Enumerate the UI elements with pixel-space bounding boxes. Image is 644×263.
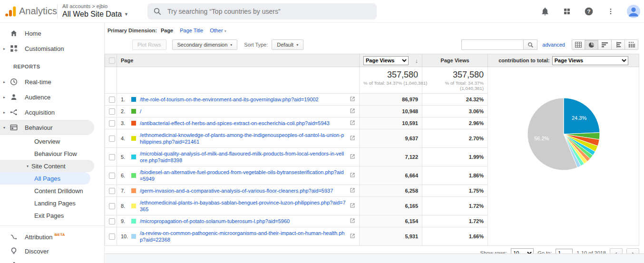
page-url-link[interactable]: /germ-invasion-and-a-comparative-analysi…: [140, 187, 346, 194]
sidebar-item-behaviour[interactable]: ▾ Behaviour: [0, 120, 94, 135]
page-url-link[interactable]: /the-role-of-tourism-on-the-environment-…: [140, 96, 346, 103]
page-column-header[interactable]: Page: [117, 54, 360, 67]
property-name: All Web Site Data: [62, 10, 122, 19]
report-main: Primary Dimension: Page Page Title Other…: [105, 23, 644, 263]
row-checkbox[interactable]: [109, 120, 115, 127]
attribution-icon: [10, 233, 18, 241]
page-url-link[interactable]: /biodiesel-an-alternative-fuel-produced-…: [140, 169, 346, 182]
metric-select[interactable]: Page Views: [363, 56, 409, 65]
open-page-button[interactable]: [350, 120, 355, 127]
row-checkbox[interactable]: [109, 154, 115, 160]
page-url-link[interactable]: /ethnomedicinal-knowledge-of-plants-amon…: [140, 132, 346, 145]
sidebar-item-home[interactable]: Home: [0, 26, 104, 41]
page-url-link[interactable]: /ethnomedicinal-plants-in-bayabas-sablan…: [140, 199, 346, 213]
row-checkbox[interactable]: [109, 203, 115, 209]
pie-view-icon: [588, 42, 595, 48]
global-search-bar[interactable]: [147, 3, 377, 19]
page-url-link[interactable]: /: [140, 108, 346, 115]
sidebar-item-label: Acquisition: [25, 109, 55, 116]
analytics-logo[interactable]: Analytics: [0, 4, 57, 19]
open-page-button[interactable]: [350, 108, 355, 115]
comparison-view-button[interactable]: [612, 39, 625, 50]
select-all-checkbox[interactable]: [109, 58, 115, 64]
open-page-button[interactable]: [350, 203, 355, 209]
plot-rows-button[interactable]: Plot Rows: [132, 39, 166, 50]
total-pageviews-subtext: % of Total: 34.37% (1,040,381): [363, 80, 418, 86]
open-in-new-window-icon[interactable]: [350, 233, 355, 239]
pivot-view-button[interactable]: [625, 39, 638, 50]
sidebar-item-label: Behaviour: [25, 124, 53, 131]
sidebar-item-audience[interactable]: ▸ Audience: [0, 89, 104, 105]
open-page-button[interactable]: [350, 233, 355, 240]
pageviews-value: 6,258: [360, 185, 422, 197]
page-url-link[interactable]: /microbial-quality-analysis-of-milk-and-…: [140, 150, 346, 164]
open-page-button[interactable]: [350, 218, 355, 224]
page-url-link[interactable]: /micropropagation-of-potato-solanum-tube…: [140, 218, 346, 224]
performance-bars-icon: [602, 42, 608, 48]
sidebar-item-overview[interactable]: Overview: [0, 135, 104, 147]
secondary-dimension-button[interactable]: Secondary dimension▾: [172, 39, 238, 50]
contribution-metric-select[interactable]: Page Views: [552, 56, 628, 65]
row-index: 5.: [121, 154, 131, 160]
table-search-input[interactable]: [461, 39, 523, 50]
sidebar-item-content-drilldown[interactable]: Content Drilldown: [0, 185, 104, 197]
open-in-new-window-icon[interactable]: [350, 108, 355, 114]
table-search-button[interactable]: [523, 39, 537, 50]
sidebar-item-discover[interactable]: Discover: [0, 244, 104, 258]
more-options-button[interactable]: [605, 6, 616, 17]
performance-view-button[interactable]: [598, 39, 612, 50]
sidebar-item-behaviour-flow[interactable]: Behaviour Flow: [0, 147, 104, 160]
open-page-button[interactable]: [350, 172, 355, 179]
sidebar-item-exit-pages[interactable]: Exit Pages: [0, 209, 104, 222]
notifications-button[interactable]: [539, 6, 551, 17]
open-in-new-window-icon[interactable]: [350, 120, 355, 126]
apps-grid-button[interactable]: [561, 6, 573, 17]
open-page-button[interactable]: [350, 96, 355, 103]
sidebar-item-realtime[interactable]: ▸ Real-time: [0, 74, 104, 89]
open-in-new-window-icon[interactable]: [350, 187, 355, 193]
help-button[interactable]: ?: [583, 6, 595, 17]
open-page-button[interactable]: [350, 135, 355, 142]
open-in-new-window-icon[interactable]: [350, 172, 355, 178]
row-checkbox[interactable]: [109, 173, 115, 179]
global-search-input[interactable]: [167, 8, 371, 15]
row-checkbox[interactable]: [109, 136, 115, 142]
sidebar-item-acquisition[interactable]: ▸ Acquisition: [0, 105, 104, 120]
percentage-view-button[interactable]: [585, 39, 598, 50]
sidebar-item-site-content[interactable]: ▾ Site Content: [0, 160, 94, 172]
header-divider: [57, 4, 58, 19]
property-selector[interactable]: All Web Site Data ▼: [62, 10, 128, 19]
open-in-new-window-icon[interactable]: [350, 96, 355, 102]
page-url-link[interactable]: /a-review-on-common-pathogenic-microorga…: [140, 230, 346, 243]
dimension-other[interactable]: Other▾: [210, 28, 226, 33]
open-in-new-window-icon[interactable]: [350, 203, 355, 208]
sort-descending-icon[interactable]: ↓: [415, 57, 419, 64]
total-pageviews: 357,580: [363, 69, 418, 80]
sidebar-item-all-pages[interactable]: All Pages: [0, 172, 90, 185]
row-checkbox[interactable]: [109, 188, 115, 194]
pageviews-column-header[interactable]: Page Views: [422, 54, 488, 67]
open-in-new-window-icon[interactable]: [350, 218, 355, 224]
table-view-button[interactable]: [572, 39, 585, 50]
sidebar-item-admin[interactable]: Admin: [0, 258, 104, 263]
advanced-search-link[interactable]: advanced: [542, 42, 565, 48]
dimension-other-label: Other: [210, 28, 223, 33]
dimension-page-title[interactable]: Page Title: [180, 28, 203, 33]
sidebar-item-customisation[interactable]: ▸ Customisation: [0, 41, 104, 56]
open-page-button[interactable]: [350, 154, 355, 160]
user-avatar[interactable]: [627, 5, 640, 18]
open-page-button[interactable]: [350, 187, 355, 194]
sidebar-item-attribution[interactable]: Attribution BETA: [0, 230, 104, 244]
open-in-new-window-icon[interactable]: [350, 135, 355, 141]
sort-type-button[interactable]: Default▾: [272, 39, 303, 50]
sidebar-item-landing-pages[interactable]: Landing Pages: [0, 197, 104, 209]
row-checkbox[interactable]: [109, 97, 115, 103]
row-checkbox[interactable]: [109, 234, 115, 240]
dimension-page[interactable]: Page: [161, 28, 173, 33]
open-in-new-window-icon[interactable]: [350, 154, 355, 159]
page-url-link[interactable]: /antibacterial-effect-of-herbs-and-spice…: [140, 120, 346, 127]
row-checkbox[interactable]: [109, 218, 115, 224]
chevron-down-icon: ▾: [230, 43, 232, 47]
row-checkbox[interactable]: [109, 108, 115, 115]
more-vertical-icon: [607, 7, 615, 16]
